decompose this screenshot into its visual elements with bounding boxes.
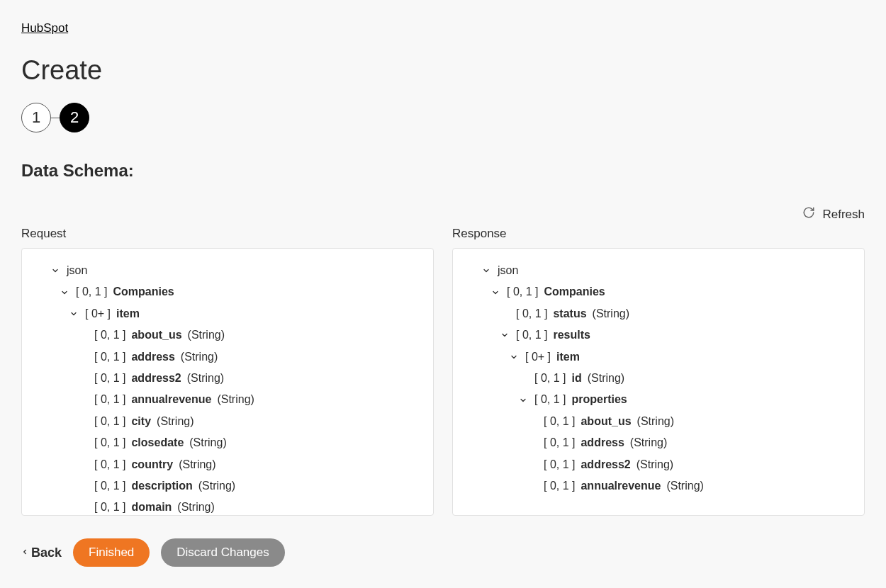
step-1[interactable]: 1 [21, 103, 51, 132]
tree-cardinality: [ 0, 1 ] [507, 281, 538, 303]
tree-row[interactable]: [ 0+ ] item [22, 303, 433, 324]
chevron-down-icon[interactable] [481, 265, 492, 276]
tree-node-type: (String) [189, 432, 226, 453]
tree-node-type: (String) [630, 432, 667, 453]
tree-row[interactable]: json [453, 260, 864, 281]
tree-node-type: (String) [188, 324, 225, 346]
response-column-title: Response [452, 227, 865, 241]
finished-button[interactable]: Finished [73, 538, 150, 567]
tree-row: [ 0, 1 ] city (String) [22, 411, 433, 432]
tree-row: [ 0, 1 ] id (String) [453, 368, 864, 389]
chevron-down-icon[interactable] [490, 287, 501, 298]
tree-row: [ 0, 1 ] annualrevenue (String) [22, 389, 433, 410]
breadcrumb-link[interactable]: HubSpot [21, 21, 68, 35]
step-2[interactable]: 2 [60, 103, 89, 132]
page-title: Create [21, 55, 865, 86]
tree-cardinality: [ 0, 1 ] [544, 454, 575, 475]
tree-node-name: json [498, 260, 518, 281]
tree-node-name: address2 [131, 368, 181, 389]
tree-node-type: (String) [637, 454, 673, 475]
tree-node-name: results [553, 324, 590, 346]
tree-node-name: id [571, 368, 581, 389]
tree-node-name: annualrevenue [131, 389, 211, 410]
chevron-down-icon[interactable] [50, 265, 61, 276]
tree-row: [ 0, 1 ] description (String) [22, 475, 433, 497]
tree-cardinality: [ 0+ ] [525, 346, 551, 368]
tree-node-name: item [556, 346, 580, 368]
tree-row[interactable]: [ 0, 1 ] Companies [453, 281, 864, 303]
refresh-button[interactable]: Refresh [802, 206, 865, 222]
discard-changes-button[interactable]: Discard Changes [161, 538, 284, 567]
tree-row[interactable]: json [22, 260, 433, 281]
chevron-down-icon[interactable] [499, 329, 510, 341]
response-panel: json[ 0, 1 ] Companies[ 0, 1 ] status (S… [452, 248, 865, 516]
tree-cardinality: [ 0, 1 ] [94, 324, 125, 346]
tree-node-type: (String) [637, 411, 674, 432]
tree-node-type: (String) [179, 454, 215, 475]
tree-cardinality: [ 0, 1 ] [94, 432, 125, 453]
tree-cardinality: [ 0, 1 ] [94, 346, 125, 368]
tree-node-type: (String) [217, 389, 254, 410]
tree-row: [ 0, 1 ] country (String) [22, 454, 433, 475]
tree-row: [ 0, 1 ] about_us (String) [22, 324, 433, 346]
request-column-title: Request [21, 227, 434, 241]
tree-node-name: Companies [113, 281, 174, 303]
tree-row[interactable]: [ 0+ ] item [453, 346, 864, 368]
tree-node-type: (String) [187, 368, 224, 389]
tree-row: [ 0, 1 ] domain (String) [22, 497, 433, 516]
tree-cardinality: [ 0, 1 ] [516, 303, 547, 324]
chevron-left-icon [21, 545, 28, 560]
tree-cardinality: [ 0, 1 ] [534, 389, 566, 410]
tree-node-name: properties [571, 389, 627, 410]
chevron-down-icon[interactable] [508, 351, 520, 363]
tree-node-name: Companies [544, 281, 605, 303]
tree-row[interactable]: [ 0, 1 ] results [453, 324, 864, 346]
request-panel: json[ 0, 1 ] Companies[ 0+ ] item[ 0, 1 … [21, 248, 434, 516]
refresh-icon [802, 206, 815, 222]
tree-node-name: domain [131, 497, 172, 516]
tree-node-name: json [67, 260, 87, 281]
tree-cardinality: [ 0, 1 ] [516, 324, 547, 346]
back-button[interactable]: Back [21, 545, 62, 560]
tree-cardinality: [ 0, 1 ] [94, 475, 125, 497]
tree-cardinality: [ 0+ ] [85, 303, 111, 324]
chevron-down-icon[interactable] [517, 395, 529, 406]
tree-node-name: annualrevenue [581, 475, 661, 497]
tree-row[interactable]: [ 0, 1 ] Companies [22, 281, 433, 303]
tree-cardinality: [ 0, 1 ] [544, 475, 575, 497]
tree-row: [ 0, 1 ] address2 (String) [22, 368, 433, 389]
tree-node-name: about_us [131, 324, 181, 346]
tree-node-type: (String) [181, 346, 218, 368]
tree-cardinality: [ 0, 1 ] [94, 497, 125, 516]
tree-row: [ 0, 1 ] address (String) [453, 432, 864, 453]
tree-row: [ 0, 1 ] address (String) [22, 346, 433, 368]
tree-cardinality: [ 0, 1 ] [94, 454, 125, 475]
tree-cardinality: [ 0, 1 ] [544, 432, 575, 453]
tree-cardinality: [ 0, 1 ] [94, 368, 125, 389]
tree-row: [ 0, 1 ] closedate (String) [22, 432, 433, 453]
tree-cardinality: [ 0, 1 ] [76, 281, 107, 303]
tree-node-name: address2 [581, 454, 630, 475]
chevron-down-icon[interactable] [59, 287, 70, 298]
tree-node-type: (String) [588, 368, 624, 389]
tree-row[interactable]: [ 0, 1 ] properties [453, 389, 864, 410]
tree-node-name: closedate [131, 432, 184, 453]
tree-node-name: address [131, 346, 174, 368]
tree-node-name: country [131, 454, 173, 475]
tree-node-type: (String) [177, 497, 214, 516]
tree-cardinality: [ 0, 1 ] [94, 411, 125, 432]
chevron-down-icon[interactable] [68, 308, 79, 320]
tree-node-type: (String) [157, 411, 194, 432]
tree-node-name: city [131, 411, 151, 432]
tree-node-type: (String) [198, 475, 235, 497]
tree-cardinality: [ 0, 1 ] [94, 389, 125, 410]
tree-node-name: address [581, 432, 624, 453]
wizard-stepper: 1 2 [21, 103, 865, 132]
tree-node-name: item [116, 303, 140, 324]
tree-node-name: about_us [581, 411, 631, 432]
tree-row: [ 0, 1 ] status (String) [453, 303, 864, 324]
step-connector [51, 118, 60, 118]
back-label: Back [31, 545, 62, 560]
tree-row: [ 0, 1 ] about_us (String) [453, 411, 864, 432]
tree-row: [ 0, 1 ] address2 (String) [453, 454, 864, 475]
